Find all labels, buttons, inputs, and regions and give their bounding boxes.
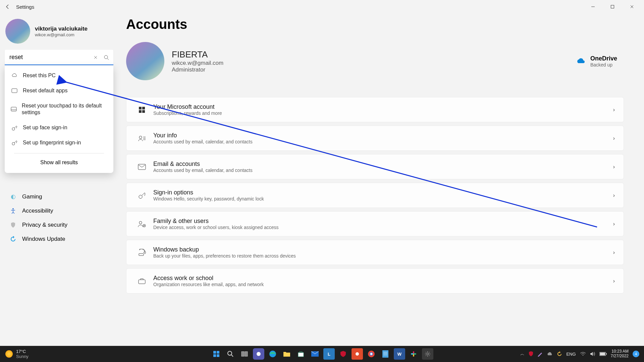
taskbar-weather[interactable]: 17°C Sunny (0, 349, 29, 359)
sidebar-item-privacy[interactable]: Privacy & security (5, 218, 113, 232)
sidebar-item-update[interactable]: Windows Update (5, 232, 113, 246)
search-result-reset-pc[interactable]: Reset this PC (5, 68, 113, 83)
svg-rect-32 (298, 353, 304, 357)
svg-rect-19 (139, 254, 144, 256)
explorer-icon[interactable] (281, 348, 292, 360)
mail-icon (135, 164, 149, 170)
card-email-accounts[interactable]: Email & accountsAccounts used by email, … (126, 154, 624, 179)
chrome-icon[interactable] (366, 348, 377, 360)
search-result-fingerprint[interactable]: Set up fingerprint sign-in (5, 135, 113, 150)
svg-rect-11 (142, 107, 145, 109)
card-title: Your info (153, 132, 253, 139)
svg-rect-10 (139, 107, 142, 109)
tray-chevron-icon[interactable]: ︿ (520, 351, 525, 357)
svg-rect-24 (213, 354, 216, 357)
taskbar-datetime[interactable]: 10:23 AM 7/27/2022 (611, 349, 629, 359)
account-email: wikce.w@gmail.com (172, 60, 223, 66)
tray-sync-icon[interactable] (557, 351, 562, 357)
update-icon (9, 236, 17, 242)
app-l-icon[interactable]: L (323, 348, 335, 360)
key-icon (11, 140, 18, 146)
card-family-users[interactable]: Family & other usersDevice access, work … (126, 211, 624, 236)
chevron-right-icon: › (613, 164, 615, 170)
chevron-right-icon: › (613, 107, 615, 113)
account-avatar (126, 42, 164, 80)
mcafee-icon[interactable] (337, 348, 349, 360)
window-title: Settings (16, 4, 34, 10)
svg-point-37 (370, 353, 372, 355)
svg-point-14 (139, 136, 142, 139)
microsoft-icon (135, 106, 149, 114)
card-sub: Device access, work or school users, kio… (153, 225, 278, 230)
maximize-button[interactable] (606, 2, 619, 11)
svg-rect-13 (142, 110, 145, 113)
profile-block[interactable]: viktorija valciukaite wikce.w@gmail.com (5, 17, 113, 50)
search-result-default-apps[interactable]: Reset default apps (5, 83, 113, 98)
tray-onedrive-icon[interactable] (547, 352, 553, 356)
volume-icon[interactable] (590, 352, 595, 356)
minimize-button[interactable] (587, 2, 599, 11)
svg-rect-38 (382, 350, 388, 358)
tray-pen-icon[interactable] (537, 351, 543, 357)
taskbar-search[interactable] (225, 348, 236, 360)
teams-icon[interactable] (253, 348, 264, 360)
taskbar-date: 7/27/2022 (611, 354, 629, 359)
chevron-right-icon: › (613, 278, 615, 284)
notepad-icon[interactable] (380, 348, 391, 360)
svg-rect-1 (611, 5, 614, 8)
search-icon[interactable] (101, 50, 112, 65)
system-tray[interactable]: ︿ ENG 10:23 AM 7/27/2022 4 (520, 349, 644, 359)
battery-icon[interactable] (599, 352, 607, 356)
onedrive-block[interactable]: OneDrive Backed up (576, 55, 624, 67)
edge-icon[interactable] (267, 348, 278, 360)
page-title: Accounts (126, 17, 624, 32)
card-windows-backup[interactable]: Windows backupBack up your files, apps, … (126, 240, 624, 265)
svg-rect-45 (414, 353, 416, 355)
svg-point-17 (139, 221, 142, 224)
card-title: Your Microsoft account (153, 103, 222, 110)
onedrive-title: OneDrive (590, 55, 617, 62)
taskbar-center: L W (211, 348, 433, 360)
store-icon[interactable] (295, 348, 307, 360)
slack-icon[interactable] (408, 348, 419, 360)
tray-shield-icon[interactable] (529, 351, 533, 357)
sidebar-item-gaming[interactable]: ◐ Gaming (5, 189, 113, 204)
card-work-school[interactable]: Access work or schoolOrganization resour… (126, 268, 624, 293)
task-view[interactable] (239, 348, 250, 360)
search-result-label: Set up fingerprint sign-in (23, 139, 81, 146)
svg-point-26 (228, 351, 232, 355)
wifi-icon[interactable] (580, 352, 586, 356)
card-title: Sign-in options (153, 189, 264, 196)
settings-icon[interactable] (422, 348, 433, 360)
notifications-icon[interactable]: 4 (633, 351, 639, 357)
sidebar-item-label: Privacy & security (22, 222, 67, 228)
taskbar[interactable]: 17°C Sunny L W ︿ ENG 10:23 AM 7/27/2022 (0, 346, 644, 362)
search-result-touchpad[interactable]: Reset your touchpad to its default setti… (5, 98, 113, 121)
cloud-reset-icon (11, 73, 18, 78)
word-icon[interactable]: W (394, 348, 405, 360)
mail-icon[interactable] (309, 348, 321, 360)
sidebar-item-label: Windows Update (22, 236, 65, 242)
show-all-results[interactable]: Show all results (5, 156, 113, 169)
card-microsoft-account[interactable]: Your Microsoft accountSubscriptions, rew… (126, 97, 624, 122)
sidebar-item-accessibility[interactable]: Accessibility (5, 204, 113, 218)
svg-point-34 (356, 352, 359, 356)
svg-line-27 (231, 355, 233, 357)
card-title: Access work or school (153, 275, 264, 282)
sidebar: viktorija valciukaite wikce.w@gmail.com … (0, 13, 118, 346)
key-icon (11, 125, 18, 131)
search-result-face[interactable]: Set up face sign-in (5, 120, 113, 135)
card-signin-options[interactable]: Sign-in optionsWindows Hello, security k… (126, 183, 624, 208)
close-button[interactable] (626, 2, 638, 11)
profile-email: wikce.w@gmail.com (35, 32, 88, 37)
card-sub: Organization resources like email, apps,… (153, 282, 264, 287)
chevron-right-icon: › (613, 250, 615, 256)
start-button[interactable] (211, 348, 222, 360)
recorder-icon[interactable] (352, 348, 363, 360)
back-button[interactable] (3, 2, 13, 12)
taskbar-time: 10:23 AM (611, 349, 629, 354)
tray-lang[interactable]: ENG (566, 352, 576, 357)
svg-rect-22 (213, 351, 216, 354)
clear-icon[interactable] (90, 50, 101, 65)
card-your-info[interactable]: Your infoAccounts used by email, calenda… (126, 126, 624, 151)
